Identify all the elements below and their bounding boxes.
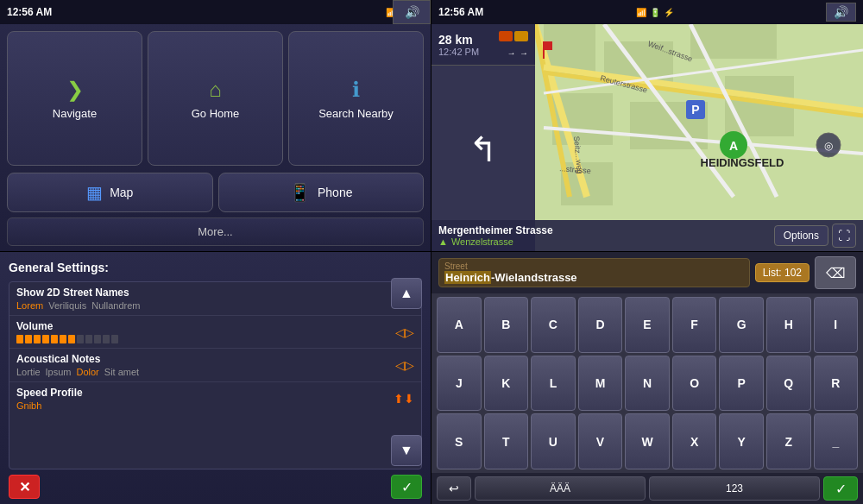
map-time: 12:56 AM xyxy=(438,6,483,18)
key-underscore[interactable]: _ xyxy=(814,413,859,469)
key-p[interactable]: P xyxy=(719,356,764,412)
key-w[interactable]: W xyxy=(625,413,670,469)
key-v[interactable]: V xyxy=(578,413,623,469)
svg-marker-27 xyxy=(544,41,552,50)
key-f[interactable]: F xyxy=(672,297,717,353)
map-expand-button[interactable]: ⛶ xyxy=(832,224,856,248)
map-volume-button[interactable]: 🔊 xyxy=(826,3,856,22)
keyboard-search-bar: Street Heinrich-Wielandstrasse List: 102… xyxy=(432,252,863,293)
key-k[interactable]: K xyxy=(484,356,529,412)
vol-seg-1 xyxy=(16,335,23,343)
key-b[interactable]: B xyxy=(484,297,529,353)
settings-bottom-bar: ✕ ✓ xyxy=(9,475,422,499)
nav-time: 12:56 AM xyxy=(7,6,52,18)
svg-text:A: A xyxy=(729,139,738,153)
navigate-icon: ❯ xyxy=(66,78,84,102)
map-overlay-panel: 28 km 12:42 PM → → xyxy=(432,24,535,251)
key-m[interactable]: M xyxy=(578,356,623,412)
phone-button[interactable]: 📱 Phone xyxy=(218,173,425,212)
val-dolor: Dolor xyxy=(77,367,99,377)
key-c[interactable]: C xyxy=(531,297,576,353)
keyboard-confirm-button[interactable]: ✓ xyxy=(823,476,858,501)
key-h[interactable]: H xyxy=(766,297,811,353)
more-button[interactable]: More... xyxy=(7,217,424,246)
navigate-button[interactable]: ❯ Navigate xyxy=(7,31,142,166)
svg-text:P: P xyxy=(691,103,699,117)
map-info-strip: Mergentheimer Strasse ▲ Wenzelstrasse Op… xyxy=(432,220,863,251)
map-button[interactable]: ▦ Map xyxy=(7,173,213,212)
settings-label-acoustical: Acoustical Notes xyxy=(16,353,395,365)
settings-value-acoustical: Lortie Ipsum Dolor Sit amet xyxy=(16,367,395,377)
search-nearby-button[interactable]: ℹ Search Nearby xyxy=(288,31,424,166)
go-home-button[interactable]: ⌂ Go Home xyxy=(148,31,283,166)
nav-main-buttons: ❯ Navigate ⌂ Go Home ℹ Search Nearby xyxy=(0,24,431,173)
settings-label-speed: Speed Profile xyxy=(16,387,394,399)
expand-icon: ⛶ xyxy=(838,229,850,243)
keyboard-backspace-button[interactable]: ⌫ xyxy=(815,256,856,289)
key-z[interactable]: Z xyxy=(766,413,811,469)
settings-scroll-up-button[interactable]: ▲ xyxy=(391,278,422,309)
settings-arrow-volume[interactable]: ◁▷ xyxy=(395,325,414,339)
keyboard-keys-area: A B C D E F G H I J K L M N O P Q R S T … xyxy=(432,293,863,473)
map-panel: 12:56 AM 📶 🔋 ⚡ 🔊 xyxy=(432,0,863,252)
keyboard-numeric-button[interactable]: 123 xyxy=(649,476,820,501)
settings-cancel-button[interactable]: ✕ xyxy=(9,475,40,499)
map-street-sub: ▲ Wenzelstrasse xyxy=(438,236,771,247)
val-nullandrem: Nullandrem xyxy=(91,300,140,311)
nav-status-bar: 12:56 AM 📶 🔋 ⚡ 🔊 xyxy=(0,0,431,24)
settings-arrow-speed[interactable]: ⬆⬇ xyxy=(394,392,414,406)
map-status-bar: 12:56 AM 📶 🔋 ⚡ 🔊 xyxy=(432,0,863,24)
map-bluetooth-icon: ⚡ xyxy=(664,8,674,17)
settings-item-volume: Volume ◁▷ xyxy=(9,316,421,349)
settings-item-volume-content: Volume xyxy=(16,320,395,343)
key-r[interactable]: R xyxy=(814,356,859,412)
map-options-button[interactable]: Options xyxy=(774,225,828,246)
nav-bottom-buttons: ▦ Map 📱 Phone xyxy=(0,173,431,216)
key-i[interactable]: I xyxy=(814,297,859,353)
settings-title: General Settings: xyxy=(9,261,422,274)
keyboard-list-count: List: 102 xyxy=(755,263,809,282)
key-s[interactable]: S xyxy=(437,413,482,469)
val-gnibh: Gnibh xyxy=(16,400,41,411)
key-g[interactable]: G xyxy=(719,297,764,353)
vol-seg-9 xyxy=(85,335,92,343)
settings-arrow-acoustical[interactable]: ◁▷ xyxy=(395,358,414,372)
keyboard-input-text: Heinrich-Wielandstrasse xyxy=(444,271,744,284)
key-u[interactable]: U xyxy=(531,413,576,469)
map-arrival-time: 12:42 PM xyxy=(438,47,479,57)
settings-panel: General Settings: Show 2D Street Names L… xyxy=(0,252,432,504)
fuel-icon-2 xyxy=(514,31,528,41)
key-d[interactable]: D xyxy=(578,297,623,353)
key-o[interactable]: O xyxy=(672,356,717,412)
nav-volume-button[interactable]: 🔊 xyxy=(393,0,431,24)
map-turn-arrow-box: ↰ xyxy=(432,66,535,234)
key-y[interactable]: Y xyxy=(719,413,764,469)
keyboard-street-label: Street xyxy=(444,261,744,271)
keyboard-back-button[interactable]: ↩ xyxy=(437,476,471,501)
settings-value-speed: Gnibh xyxy=(16,400,394,411)
settings-value-street-names: Lorem Veriliquis Nullandrem xyxy=(16,300,395,311)
map-battery-icon: 🔋 xyxy=(650,8,660,17)
vol-seg-6 xyxy=(60,335,66,343)
map-icon: ▦ xyxy=(86,182,103,203)
key-l[interactable]: L xyxy=(531,356,576,412)
settings-confirm-button[interactable]: ✓ xyxy=(391,475,422,499)
key-t[interactable]: T xyxy=(484,413,529,469)
nav-arrow-icon: ▲ xyxy=(438,236,448,247)
key-a[interactable]: A xyxy=(437,297,482,353)
map-container: P A ◎ HEIDINGSFELD Weif...strasse Reuter… xyxy=(432,24,863,251)
keyboard-panel: Street Heinrich-Wielandstrasse List: 102… xyxy=(432,252,863,504)
key-q[interactable]: Q xyxy=(766,356,811,412)
key-e[interactable]: E xyxy=(625,297,670,353)
val-veriliquis: Veriliquis xyxy=(48,300,86,311)
search-nearby-label: Search Nearby xyxy=(318,107,394,120)
input-highlight: Heinrich xyxy=(444,271,491,284)
settings-scroll-down-button[interactable]: ▼ xyxy=(391,435,422,466)
vol-seg-2 xyxy=(25,335,32,343)
key-x[interactable]: X xyxy=(672,413,717,469)
vol-seg-4 xyxy=(42,335,49,343)
keyboard-special-chars-button[interactable]: ÄÄÄ xyxy=(475,476,646,501)
search-icon: ℹ xyxy=(352,78,360,102)
key-n[interactable]: N xyxy=(625,356,670,412)
key-j[interactable]: J xyxy=(437,356,482,412)
